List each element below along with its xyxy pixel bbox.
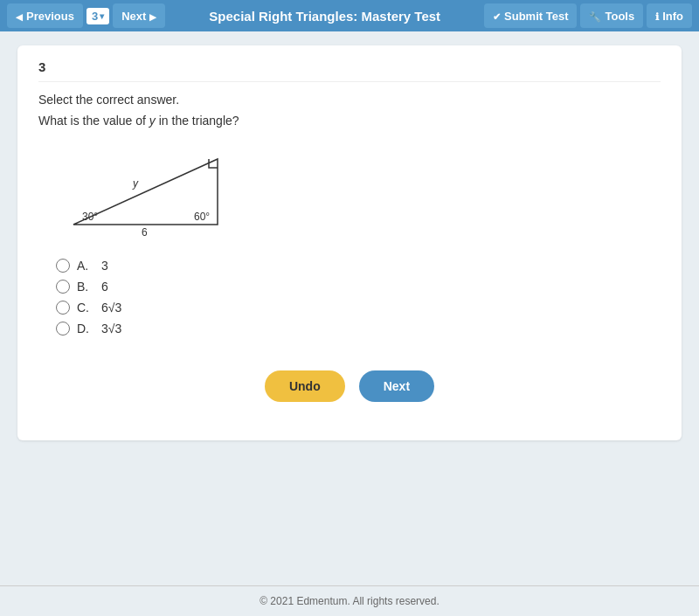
footer-text: © 2021 Edmentum. All rights reserved. (260, 595, 439, 607)
undo-button[interactable]: Undo (265, 370, 345, 402)
radio-b[interactable] (56, 280, 70, 294)
tools-label: Tools (605, 10, 634, 23)
choice-d[interactable]: D. 3√3 (56, 322, 661, 336)
topbar: Previous 3 ▾ Next Special Right Triangle… (0, 0, 699, 31)
info-label: Info (662, 10, 683, 23)
choice-c-value: 6√3 (101, 301, 121, 315)
svg-text:30°: 30° (82, 211, 98, 223)
svg-text:y: y (132, 177, 139, 190)
choice-b-label: B. (77, 280, 94, 294)
submit-label: Submit Test (504, 10, 568, 23)
topbar-right: Submit Test Tools Info (484, 3, 692, 28)
answer-choices: A. 3 B. 6 C. 6√3 D. 3√3 (56, 259, 661, 336)
choice-c-label: C. (77, 301, 94, 315)
choice-d-label: D. (77, 322, 94, 336)
choice-b-value: 6 (101, 280, 108, 294)
question-number: 3 (38, 59, 661, 82)
choice-c[interactable]: C. 6√3 (56, 301, 661, 315)
question-num-value: 3 (92, 10, 98, 23)
previous-button[interactable]: Previous (7, 3, 83, 28)
radio-c[interactable] (56, 301, 70, 315)
previous-label: Previous (26, 10, 74, 23)
arrow-right-icon (149, 10, 156, 23)
info-icon (655, 10, 659, 23)
next-label-top: Next (121, 10, 146, 23)
question-text-after: in the triangle? (156, 114, 239, 128)
question-text-before: What is the value of (38, 114, 149, 128)
question-text: What is the value of y in the triangle? (38, 114, 661, 128)
choice-b[interactable]: B. 6 (56, 280, 661, 294)
submit-test-button[interactable]: Submit Test (484, 3, 577, 28)
triangle-svg: 30° 60° 6 y (56, 142, 231, 238)
page-title: Special Right Triangles: Mastery Test (169, 9, 481, 24)
question-card: 3 Select the correct answer. What is the… (17, 45, 682, 440)
tools-icon (589, 10, 601, 23)
footer: © 2021 Edmentum. All rights reserved. (0, 585, 699, 616)
choice-a-value: 3 (101, 259, 108, 273)
choice-a-label: A. (77, 259, 94, 273)
question-variable: y (149, 114, 156, 128)
svg-text:60°: 60° (194, 211, 210, 223)
check-icon (493, 10, 501, 23)
tools-button[interactable]: Tools (580, 3, 643, 28)
info-button[interactable]: Info (647, 3, 692, 28)
main-content: 3 Select the correct answer. What is the… (0, 31, 699, 585)
instruction-text: Select the correct answer. (38, 93, 661, 107)
triangle-diagram: 30° 60° 6 y (56, 142, 661, 241)
radio-d[interactable] (56, 322, 70, 336)
choice-d-value: 3√3 (101, 322, 121, 336)
chevron-down-icon: ▾ (100, 11, 104, 21)
next-button[interactable]: Next (359, 370, 434, 402)
radio-a[interactable] (56, 259, 70, 273)
question-number-badge[interactable]: 3 ▾ (87, 8, 109, 24)
svg-text:6: 6 (142, 226, 148, 238)
action-buttons: Undo Next (38, 370, 661, 419)
next-button-top[interactable]: Next (113, 3, 165, 28)
arrow-left-icon (16, 10, 23, 23)
choice-a[interactable]: A. 3 (56, 259, 661, 273)
